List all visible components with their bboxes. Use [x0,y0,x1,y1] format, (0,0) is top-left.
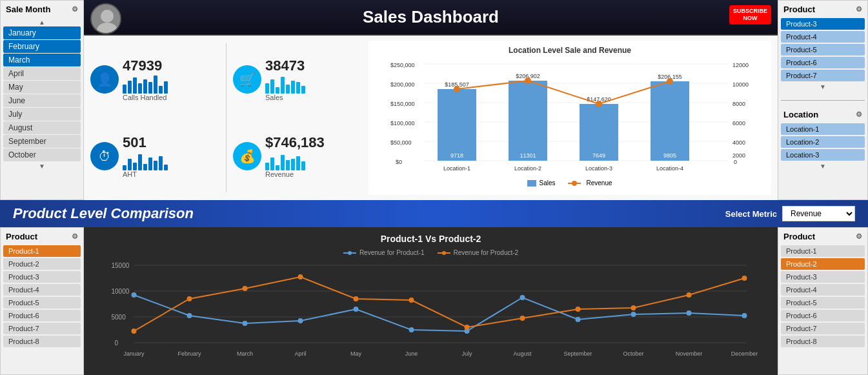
legend-sales-label: Sales [539,179,555,187]
scroll-up-arrow[interactable]: ▲ [3,18,81,26]
right-product-scroll-down[interactable]: ▼ [781,83,865,91]
bottom-right-product-filter-icon[interactable]: ⚙ [856,232,862,241]
sales-value: 38473 [265,57,362,74]
sale-month-item[interactable]: September [3,135,81,148]
right-location-item[interactable]: Location-2 [781,136,865,148]
bottom-right-product-list: Product-1Product-2Product-3Product-4Prod… [781,245,865,347]
sale-month-item[interactable]: February [3,40,81,53]
scroll-down-arrow[interactable]: ▼ [3,162,81,170]
bar7 [154,161,157,170]
bottom-right-product-item[interactable]: Product-3 [781,271,865,283]
legend-p1: Revenue for Product-1 [343,249,425,256]
bar6 [148,157,152,170]
svg-point-82 [354,296,359,301]
sale-month-item[interactable]: July [3,108,81,121]
sale-month-item[interactable]: March [3,54,81,66]
right-product-list: Product-3Product-4Product-5Product-6Prod… [781,18,865,81]
subscribe-badge[interactable]: SUBSCRIBENOW [729,5,771,25]
svg-rect-26 [509,81,547,161]
bar3 [276,165,279,170]
aht-label: AHT [123,170,219,178]
svg-point-69 [298,318,303,323]
right-location-panel: Location ⚙ Location-1Location-2Location-… [781,108,865,198]
right-location-item[interactable]: Location-1 [781,123,865,135]
bottom-product-item[interactable]: Product-6 [3,310,81,321]
revenue-icon: 💰 [233,142,261,170]
sale-month-filter-icon[interactable]: ⚙ [72,5,78,14]
bottom-product-item[interactable]: Product-2 [3,258,81,270]
bottom-product-item[interactable]: Product-7 [3,323,81,334]
banner-title: Product Level Comparison [13,205,194,222]
header-title: Sales Dashboard [363,7,499,27]
sale-month-item[interactable]: August [3,121,81,134]
right-product-filter-icon[interactable]: ⚙ [856,5,862,14]
svg-text:$0: $0 [396,159,402,165]
bottom-right-product-item[interactable]: Product-6 [781,310,865,321]
svg-point-41 [667,78,673,85]
right-location-filter-icon[interactable]: ⚙ [856,110,862,119]
bottom-right-product-item[interactable]: Product-7 [781,323,865,334]
right-location-scroll-down[interactable]: ▼ [781,162,865,170]
sale-month-item[interactable]: May [3,81,81,94]
svg-point-43 [348,251,352,255]
legend-sales-box [527,180,536,187]
right-location-item[interactable]: Location-3 [781,149,865,161]
bottom-right-product-item[interactable]: Product-5 [781,297,865,309]
right-product-item[interactable]: Product-5 [781,44,865,56]
sale-month-item[interactable]: October [3,148,81,161]
bar5 [286,85,290,94]
sale-month-item[interactable]: June [3,94,81,107]
svg-text:September: September [563,350,592,357]
bar1 [123,165,126,170]
right-panel-top: Product ⚙ Product-3Product-4Product-5Pro… [778,0,868,200]
svg-text:11301: 11301 [520,152,536,159]
svg-text:8000: 8000 [732,101,745,107]
bottom-product-header: Product ⚙ [3,230,81,243]
sale-month-item[interactable]: January [3,26,81,39]
right-product-item[interactable]: Product-7 [781,70,865,81]
line-chart-svg: 15000 10000 5000 0 January February Marc… [90,260,771,360]
svg-text:Location-4: Location-4 [656,165,683,172]
bottom-product-item[interactable]: Product-5 [3,297,81,309]
right-product-item[interactable]: Product-3 [781,18,865,30]
right-location-label: Location [783,110,818,119]
svg-point-86 [576,307,581,312]
bottom-chart-title: Product-1 Vs Product-2 [90,234,771,244]
bar8 [159,86,163,94]
bottom-product-item[interactable]: Product-4 [3,284,81,296]
right-product-item[interactable]: Product-6 [781,57,865,68]
bottom-product-filter-icon[interactable]: ⚙ [72,232,78,241]
bottom-product-item[interactable]: Product-8 [3,336,81,347]
kpi-block-right: 🛒 38473 Sales [233,41,362,195]
svg-point-38 [454,86,460,92]
bottom-product-item[interactable]: Product-1 [3,245,81,257]
svg-text:6000: 6000 [732,120,745,127]
location-chart-title: Location Level Sale and Revenue [374,46,766,55]
metric-select[interactable]: Revenue Sales Calls Handled AHT [782,206,855,221]
sale-month-item[interactable]: April [3,67,81,80]
right-product-header: Product ⚙ [781,3,865,15]
svg-point-89 [742,276,747,281]
right-product-item[interactable]: Product-4 [781,31,865,43]
svg-text:$250,000: $250,000 [390,62,415,68]
svg-text:$100,000: $100,000 [390,120,415,127]
bottom-right-product-item[interactable]: Product-1 [781,245,865,257]
bottom-left-panel: Product ⚙ Product-1Product-2Product-3Pro… [0,227,84,375]
bar3 [276,87,279,94]
bottom-right-product-item[interactable]: Product-8 [781,336,865,347]
kpi-revenue-info: $746,183 Revenue [265,134,362,178]
bottom-right-product-item[interactable]: Product-4 [781,284,865,296]
kpi-aht: ⏱ 501 [90,134,219,178]
svg-text:$150,000: $150,000 [390,101,415,107]
select-metric-label: Select Metric [725,209,777,219]
svg-point-67 [187,313,192,318]
svg-point-40 [596,101,602,107]
bar1 [265,163,269,170]
bottom-chart-area: Product-1 Vs Product-2 Revenue for Produ… [84,227,778,375]
svg-point-71 [409,327,414,332]
bottom-product-item[interactable]: Product-3 [3,271,81,283]
bottom-right-product-item[interactable]: Product-2 [781,258,865,270]
middle-banner: Product Level Comparison Select Metric R… [0,200,868,227]
sale-month-label: Sale Month [6,5,50,14]
kpi-calls-info: 47939 Calls Handled [123,57,219,101]
